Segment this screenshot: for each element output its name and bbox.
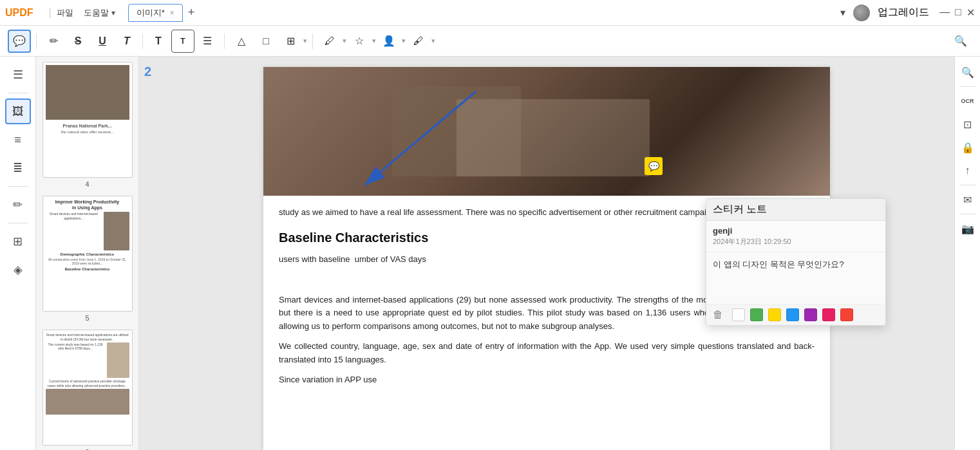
tab-close-icon[interactable]: × [170, 8, 174, 17]
sticky-note-date: 2024年1月23日 10:29:50 [706, 237, 885, 252]
scan-button[interactable]: ⊡ [957, 114, 978, 135]
sidebar-icon-plugin[interactable]: ◈ [5, 257, 31, 283]
thumbnail-img-6: Smart devices and internet-based applica… [42, 330, 133, 445]
titlebar-right: ▾ 업그레이드 [840, 5, 929, 21]
right-divider-1 [960, 86, 975, 87]
thumbnail-panel: Pranas National Park... the natural site… [36, 57, 139, 450]
upgrade-label[interactable]: 업그레이드 [878, 6, 929, 19]
draw-tools-group: 🖊 ▾ ☆ ▾ 👤 ▾ 🖋 ▾ [318, 30, 435, 53]
right-divider-2 [960, 185, 975, 185]
left-divider-1 [8, 93, 28, 93]
page-top-image: 💬 [263, 67, 830, 196]
titlebar-menu: 파일 도움말 [57, 7, 109, 19]
sticky-note-popup: 스티커 노트 genji 2024年1月23日 10:29:50 이 앱의 디자… [706, 198, 886, 326]
main-area: ☰ 🖼 ≡ ≣ ✏ ⊞ ◈ Pranas National Park... th… [0, 57, 980, 450]
sticky-note-title: 스티커 노트 [713, 203, 767, 216]
stamp-button[interactable]: □ [254, 30, 278, 53]
color-button[interactable]: 🖋 [407, 30, 430, 53]
toolbar-divider-4 [312, 33, 313, 49]
color-swatch-pink[interactable] [822, 308, 835, 321]
draw-button[interactable]: 🖊 [318, 30, 341, 53]
pen-button[interactable]: ✏ [42, 30, 65, 53]
shape-button[interactable]: △ [230, 30, 253, 53]
sticky-note-footer: 🗑 [706, 304, 885, 325]
avatar [853, 5, 870, 21]
tab-area: 이미지* × + [128, 4, 841, 22]
thumbnail-page-4[interactable]: Pranas National Park... the natural site… [41, 62, 133, 188]
strikethrough-button[interactable]: S [66, 30, 90, 53]
app-logo: UPDF [5, 7, 33, 19]
share-button[interactable]: ↑ [957, 160, 978, 181]
thumbnail-img-4: Pranas National Park... the natural site… [42, 62, 133, 178]
paragraph-collect: We collected country, language, age, sex… [279, 340, 815, 367]
color-swatch-purple[interactable] [804, 308, 817, 321]
close-button[interactable]: ✕ [966, 6, 975, 19]
search-right-button[interactable]: 🔍 [957, 62, 978, 82]
sticky-note-content[interactable]: 이 앱의 디자인 목적은 무엇인가요? [706, 252, 885, 304]
sidebar-icon-bookmark[interactable]: ☰ [5, 62, 31, 88]
mail-button[interactable]: ✉ [957, 189, 978, 210]
color-swatch-red[interactable] [840, 308, 853, 321]
new-tab-button[interactable]: + [188, 6, 195, 19]
thumbnail-label-5: 5 [41, 314, 133, 322]
color-swatch-green[interactable] [750, 308, 763, 321]
sidebar-icon-layers[interactable]: ⊞ [5, 229, 31, 254]
titlebar: UPDF | 파일 도움말 ▾ 이미지* × + ▾ 업그레이드 — □ ✕ [0, 0, 980, 26]
toolbar-divider-1 [36, 33, 37, 49]
textbox-button[interactable]: T [171, 30, 194, 53]
content-area: 2 [139, 57, 954, 450]
sticky-delete-icon[interactable]: 🗑 [713, 309, 723, 321]
sticky-note-author: genji [706, 221, 885, 237]
text-button[interactable]: T [115, 30, 138, 53]
toolbar-divider-3 [224, 33, 225, 49]
window-dropdown-icon[interactable]: ▾ [840, 6, 845, 19]
menu-file[interactable]: 파일 [57, 7, 73, 19]
tab-label: 이미지* [137, 7, 165, 19]
thumbnail-label-4: 4 [41, 180, 133, 188]
thumbnail-page-5[interactable]: Improve Working Productivityin Using App… [41, 196, 133, 322]
toolbar: 💬 ✏ S U T T T ☰ △ □ ⊞ ▾ 🖊 ▾ ☆ ▾ 👤 ▾ 🖋 ▾ … [0, 26, 980, 57]
sidebar-icon-note[interactable]: ≡ [5, 127, 31, 153]
text-tools-group: ✏ S U T T T ☰ [42, 30, 219, 53]
left-sidebar: ☰ 🖼 ≡ ≣ ✏ ⊞ ◈ [0, 57, 36, 450]
text2-button[interactable]: T [147, 30, 170, 53]
grid-button[interactable]: ⊞ [279, 30, 302, 53]
ocr-button[interactable]: OCR [957, 91, 978, 111]
comment-button[interactable]: 💬 [8, 30, 31, 53]
list-button[interactable]: ☰ [196, 30, 219, 53]
left-divider-2 [8, 186, 28, 187]
menu-dropdown-icon[interactable]: ▾ [111, 8, 115, 17]
maximize-button[interactable]: □ [955, 6, 961, 19]
person-button[interactable]: 👤 [377, 30, 400, 53]
minimize-button[interactable]: — [939, 6, 950, 19]
window-controls: — □ ✕ [939, 6, 975, 19]
toolbar-divider-2 [142, 33, 143, 49]
sidebar-icon-image[interactable]: 🖼 [5, 98, 31, 124]
right-sidebar: 🔍 OCR ⊡ 🔒 ↑ ✉ 📷 [954, 57, 980, 450]
shape-tools-group: △ □ ⊞ ▾ [230, 30, 307, 53]
star-button[interactable]: ☆ [348, 30, 371, 53]
color-swatch-blue[interactable] [786, 308, 799, 321]
color-swatch-yellow[interactable] [768, 308, 781, 321]
thumbnail-page-6[interactable]: Smart devices and internet-based applica… [41, 330, 133, 450]
tab-active[interactable]: 이미지* × [128, 4, 183, 22]
sticky-note-header: 스티커 노트 [706, 199, 885, 221]
sidebar-icon-sign[interactable]: ✏ [5, 192, 31, 218]
right-divider-3 [960, 214, 975, 214]
search-button[interactable]: 🔍 [949, 30, 972, 53]
menu-help[interactable]: 도움말 [84, 7, 109, 19]
page-number-badge: 2 [144, 64, 151, 79]
lock-button[interactable]: 🔒 [957, 137, 978, 158]
left-divider-3 [8, 223, 28, 223]
color-swatch-white[interactable] [732, 308, 745, 321]
sidebar-icon-form[interactable]: ≣ [5, 155, 31, 181]
thumbnail-img-5: Improve Working Productivityin Using App… [42, 196, 133, 312]
camera-button[interactable]: 📷 [957, 218, 978, 239]
paragraph-variation: Since variation in APP use [279, 373, 815, 387]
underline-button[interactable]: U [91, 30, 114, 53]
comment-bubble-icon[interactable]: 💬 [645, 157, 663, 175]
